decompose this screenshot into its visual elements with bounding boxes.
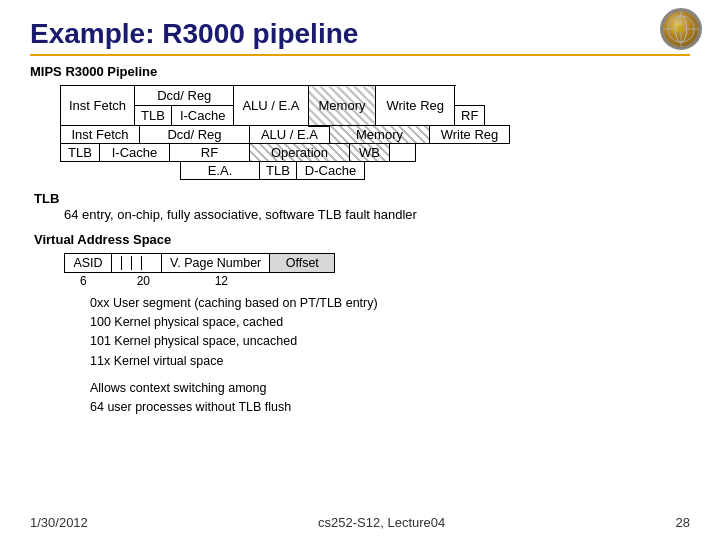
vas-bit-labels: 6 20 12	[64, 274, 690, 288]
vas-diagram: ASID V. Page Number Offset	[64, 253, 690, 273]
pipeline-diagram: Inst Fetch Dcd/ Reg ALU / E.A Memory Wri…	[60, 85, 690, 127]
pipe-operation: Operation	[250, 144, 350, 162]
vas-spacer	[64, 274, 80, 288]
pipeline-wrapper: Inst Fetch Dcd/ Reg ALU / E.A Memory Wri…	[60, 125, 690, 180]
footer-right: 28	[676, 515, 690, 530]
cell-rf: RF	[455, 106, 485, 126]
pipe-rf: RF	[170, 144, 250, 162]
pipe-wb: WB	[350, 144, 390, 162]
vas-vpn-bits: 20	[87, 274, 199, 288]
vas-vpn: V. Page Number	[162, 253, 270, 273]
pipeline-row2: TLB I-Cache RF Operation WB	[60, 144, 690, 162]
pipe-dcd-reg: Dcd/ Reg	[140, 125, 250, 144]
cell-write-reg: Write Reg	[376, 86, 455, 126]
allows-line-0: Allows context switching among	[90, 379, 690, 398]
vas-section: Virtual Address Space ASID V. Page Numbe…	[34, 232, 690, 288]
cell-dcd-reg: Dcd/ Reg	[135, 86, 234, 106]
tlb-section: TLB 64 entry, on-chip, fully associative…	[34, 190, 690, 222]
logo	[660, 8, 702, 50]
tlb-title: TLB	[34, 191, 59, 206]
cell-tlb-top: TLB	[135, 106, 172, 126]
pipeline-row1: Inst Fetch Dcd/ Reg ALU / E.A Memory Wri…	[60, 125, 690, 144]
vas-offset-bits: 12	[199, 274, 228, 288]
pipe-empty-end	[390, 144, 416, 162]
footer: 1/30/2012 cs252-S12, Lecture04 28	[0, 515, 720, 530]
pipe-write-reg: Write Reg	[430, 125, 510, 144]
svg-point-5	[678, 26, 684, 32]
subtitle: MIPS R3000 Pipeline	[30, 64, 690, 79]
vas-asid-bits: 6	[80, 274, 87, 288]
content-text: 0xx User segment (caching based on PT/TL…	[90, 294, 690, 372]
pipe-tlb-inst: TLB	[60, 144, 100, 162]
pipeline-row3: E.A. TLB D-Cache	[60, 162, 690, 180]
pipe-inst-fetch: Inst Fetch	[60, 125, 140, 144]
content-line-2: 101 Kernel physical space, uncached	[90, 332, 690, 351]
allows-line-1: 64 user processes without TLB flush	[90, 398, 690, 417]
cell-inst-fetch: Inst Fetch	[61, 86, 135, 126]
logo-image	[660, 8, 702, 50]
content-line-1: 100 Kernel physical space, cached	[90, 313, 690, 332]
footer-left: 1/30/2012	[30, 515, 88, 530]
tlb-desc: 64 entry, on-chip, fully associative, so…	[64, 207, 417, 222]
pipe-icache: I-Cache	[100, 144, 170, 162]
vas-bit-lines	[112, 253, 162, 273]
page-container: Example: R3000 pipeline MIPS R3000 Pipel…	[0, 0, 720, 540]
vas-offset: Offset	[270, 253, 335, 273]
allows-text: Allows context switching among 64 user p…	[90, 379, 690, 418]
content-line-0: 0xx User segment (caching based on PT/TL…	[90, 294, 690, 313]
pipe-alu-ea: ALU / E.A	[250, 125, 330, 144]
content-line-3: 11x Kernel virtual space	[90, 352, 690, 371]
pipe-ea: E.A.	[180, 162, 260, 180]
vas-title: Virtual Address Space	[34, 232, 690, 247]
pipe-spacer1	[60, 162, 180, 180]
cell-alu-ea: ALU / E.A	[234, 86, 308, 126]
pipe-memory: Memory	[330, 125, 430, 144]
pipe-dcache: D-Cache	[297, 162, 365, 180]
cell-memory: Memory	[308, 86, 376, 127]
pipe-tlb-ea: TLB	[260, 162, 297, 180]
footer-center: cs252-S12, Lecture04	[318, 515, 445, 530]
page-title: Example: R3000 pipeline	[30, 18, 690, 50]
vas-asid: ASID	[64, 253, 112, 273]
cell-icache: I-Cache	[171, 106, 234, 126]
